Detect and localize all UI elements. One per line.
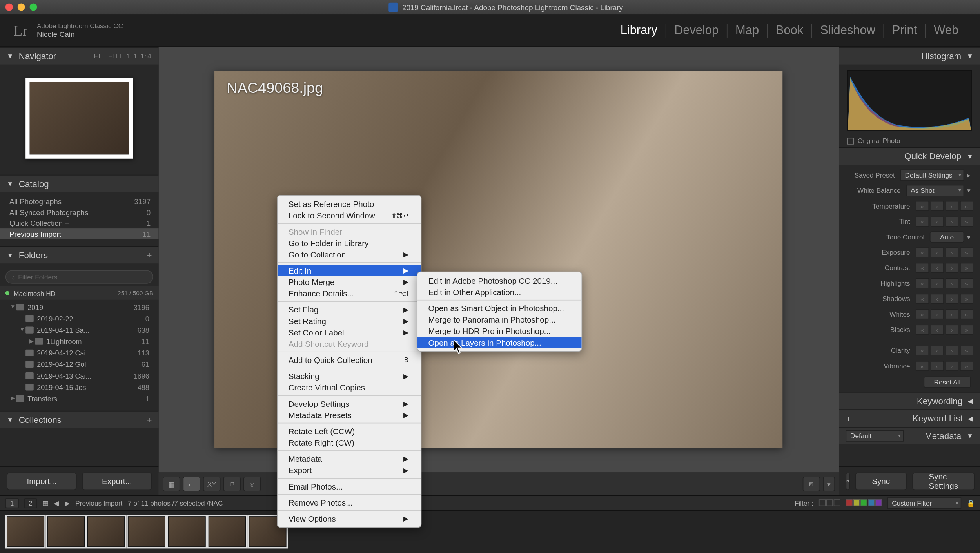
menu-item[interactable]: Develop Settings▶	[278, 398, 421, 409]
add-collection-icon[interactable]: +	[147, 415, 152, 425]
menu-item[interactable]: Photo Merge▶	[278, 276, 421, 288]
menu-item[interactable]: Set Color Label▶	[278, 326, 421, 338]
folder-row[interactable]: 2019-04-12 Cai...113	[0, 347, 159, 358]
filmstrip-thumb[interactable]	[7, 517, 44, 548]
catalog-item[interactable]: Previous Import11	[0, 228, 159, 239]
import-button[interactable]: Import...	[7, 472, 76, 490]
survey-view-button[interactable]: ⧉	[223, 477, 241, 491]
tint-steppers[interactable]: «‹›»	[915, 216, 973, 227]
section-toggle-icon[interactable]: ▸	[964, 171, 973, 179]
module-library[interactable]: Library	[612, 24, 666, 38]
export-button[interactable]: Export...	[82, 472, 152, 490]
menu-item[interactable]: Export▶	[278, 464, 421, 476]
metadata-header[interactable]: Default▾Metadata▼	[839, 427, 980, 444]
menu-item[interactable]: Create Virtual Copies	[278, 382, 421, 393]
histogram[interactable]	[847, 70, 972, 130]
catalog-item[interactable]: All Synced Photographs0	[0, 207, 159, 218]
folder-row[interactable]: ▶Transfers1	[0, 393, 159, 404]
menu-item[interactable]: Rotate Left (CCW)	[278, 426, 421, 437]
navigator-thumbnail[interactable]	[25, 78, 133, 159]
photo-context-menu[interactable]: Set as Reference PhotoLock to Second Win…	[277, 195, 421, 528]
folder-row[interactable]: ▶1Lightroom11	[0, 335, 159, 347]
edit-in-submenu[interactable]: Edit in Adobe Photoshop CC 2019...Edit i…	[417, 272, 582, 352]
menu-item[interactable]: Stacking▶	[278, 370, 421, 382]
loupe-view-button[interactable]: ▭	[183, 477, 200, 491]
primary-display-button[interactable]: 1	[5, 498, 19, 508]
keyword-list-header[interactable]: +Keyword List◀	[839, 409, 980, 427]
clarity-steppers[interactable]: «‹›»	[915, 346, 973, 356]
original-photo-checkbox[interactable]	[847, 138, 853, 144]
filmstrip-thumb[interactable]	[87, 517, 125, 548]
secondary-display-button[interactable]: 2	[24, 498, 37, 508]
saved-preset-select[interactable]: Default Settings▾	[900, 169, 964, 181]
sync-button[interactable]: Sync	[855, 472, 907, 490]
filter-flag-buttons[interactable]	[818, 500, 840, 506]
keywording-header[interactable]: Keywording◀	[839, 392, 980, 410]
menu-item[interactable]: Set Flag▶	[278, 304, 421, 315]
sync-mode-toggle[interactable]: ▫	[846, 472, 850, 490]
catalog-header[interactable]: ▼ Catalog	[0, 175, 159, 192]
menu-item[interactable]: Metadata▶	[278, 453, 421, 464]
filmstrip-thumb[interactable]	[168, 517, 206, 548]
module-book[interactable]: Book	[768, 24, 811, 38]
menu-item[interactable]: Go to Folder in Library	[278, 237, 421, 248]
add-folder-icon[interactable]: +	[147, 250, 152, 260]
filter-color-buttons[interactable]	[846, 500, 882, 506]
zoom-window-button[interactable]	[29, 4, 37, 11]
prev-photo-button[interactable]: ◀	[54, 499, 59, 507]
shadows-steppers[interactable]: «‹›»	[915, 294, 973, 304]
menu-item[interactable]: Set as Reference Photo	[278, 198, 421, 210]
collections-header[interactable]: ▼ Collections +	[0, 411, 159, 428]
filmstrip-thumb[interactable]	[209, 517, 246, 548]
grid-view-button[interactable]: ▦	[163, 477, 180, 491]
menu-item[interactable]: Remove Photos...	[278, 497, 421, 508]
white-balance-select[interactable]: As Shot▾	[906, 185, 964, 196]
menu-item[interactable]: Rotate Right (CW)	[278, 437, 421, 448]
people-view-button[interactable]: ☺	[243, 477, 261, 491]
metadata-preset-select[interactable]: Default▾	[846, 430, 903, 442]
module-web[interactable]: Web	[926, 24, 967, 38]
close-window-button[interactable]	[5, 4, 13, 11]
section-toggle-icon[interactable]: ▾	[964, 187, 973, 194]
histogram-header[interactable]: Histogram▼	[839, 47, 980, 65]
filter-lock-icon[interactable]: 🔒	[967, 499, 975, 507]
menu-item[interactable]: Set Rating▶	[278, 315, 421, 326]
vibrance-steppers[interactable]: «‹›»	[915, 361, 973, 371]
folder-row[interactable]: 2019-04-13 Cai...1896	[0, 370, 159, 381]
menu-item[interactable]: Metadata Presets▶	[278, 409, 421, 421]
module-print[interactable]: Print	[884, 24, 925, 38]
loupe-view[interactable]: NAC49068.jpg	[159, 47, 839, 472]
next-photo-button[interactable]: ▶	[65, 499, 70, 507]
menu-item[interactable]: Email Photos...	[278, 480, 421, 492]
exposure-steppers[interactable]: «‹›»	[915, 247, 973, 257]
sync-toolbar-button[interactable]: ⧈	[802, 477, 820, 491]
module-slideshow[interactable]: Slideshow	[812, 24, 884, 38]
menu-item[interactable]: Edit in Adobe Photoshop CC 2019...	[417, 275, 581, 286]
blacks-steppers[interactable]: «‹›»	[915, 325, 973, 335]
folder-row[interactable]: 2019-04-12 Gol...61	[0, 358, 159, 370]
navigator-header[interactable]: ▼ Navigator FIT FILL 1:1 1:4	[0, 47, 159, 65]
menu-item[interactable]: View Options▶	[278, 513, 421, 524]
custom-filter-select[interactable]: Custom Filter▾	[887, 497, 961, 509]
folder-filter-input[interactable]: ⌕ Filter Folders	[5, 270, 153, 283]
filmstrip-thumb[interactable]	[128, 517, 165, 548]
menu-item[interactable]: Go to Collection▶	[278, 249, 421, 260]
toolbar-options-button[interactable]: ▾	[823, 477, 835, 491]
menu-item[interactable]: Edit In▶	[278, 265, 421, 276]
highlights-steppers[interactable]: «‹›»	[915, 278, 973, 288]
auto-tone-button[interactable]: Auto	[930, 231, 964, 243]
folder-row[interactable]: 2019-04-15 Jos...488	[0, 381, 159, 392]
folders-header[interactable]: ▼ Folders +	[0, 246, 159, 264]
menu-item[interactable]: Lock to Second Window⇧⌘↵	[278, 210, 421, 221]
folder-row[interactable]: ▼20193196	[0, 301, 159, 312]
navigator-zoom-levels[interactable]: FIT FILL 1:1 1:4	[94, 53, 152, 60]
folder-row[interactable]: 2019-02-220	[0, 312, 159, 324]
catalog-item[interactable]: Quick Collection +1	[0, 218, 159, 228]
sync-settings-button[interactable]: Sync Settings	[912, 472, 975, 490]
folder-row[interactable]: ▼2019-04-11 Sa...638	[0, 324, 159, 335]
section-toggle-icon[interactable]: ▾	[964, 233, 973, 241]
whites-steppers[interactable]: «‹›»	[915, 309, 973, 319]
menu-item[interactable]: Merge to HDR Pro in Photoshop...	[417, 325, 581, 337]
reset-all-button[interactable]: Reset All	[924, 376, 971, 388]
minimize-window-button[interactable]	[18, 4, 25, 11]
